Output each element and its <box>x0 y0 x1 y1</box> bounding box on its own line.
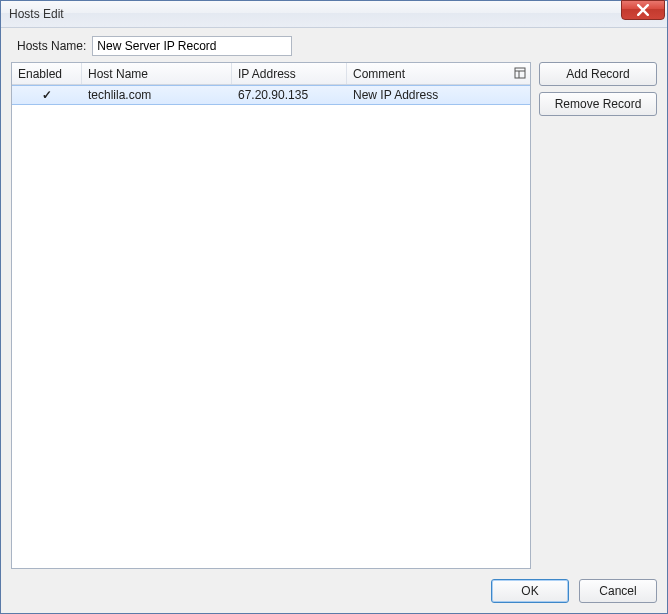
add-record-button[interactable]: Add Record <box>539 62 657 86</box>
hosts-edit-dialog: Hosts Edit Hosts Name: Enabled Host Name… <box>0 0 668 614</box>
cell-comment: New IP Address <box>347 88 530 102</box>
titlebar: Hosts Edit <box>1 1 667 28</box>
column-header-host[interactable]: Host Name <box>82 63 232 84</box>
close-icon <box>637 4 649 16</box>
column-chooser-button[interactable] <box>512 65 528 81</box>
cancel-button[interactable]: Cancel <box>579 579 657 603</box>
cell-host: techlila.com <box>82 88 232 102</box>
cell-enabled: ✓ <box>12 88 82 102</box>
ok-button[interactable]: OK <box>491 579 569 603</box>
table-header: Enabled Host Name IP Address Comment <box>12 63 530 85</box>
mid-area: Enabled Host Name IP Address Comment <box>11 62 657 569</box>
column-header-ip[interactable]: IP Address <box>232 63 347 84</box>
dialog-content: Hosts Name: Enabled Host Name IP Address… <box>1 28 667 613</box>
table-row[interactable]: ✓ techlila.com 67.20.90.135 New IP Addre… <box>12 85 530 105</box>
hosts-table: Enabled Host Name IP Address Comment <box>11 62 531 569</box>
cell-ip: 67.20.90.135 <box>232 88 347 102</box>
hosts-name-label: Hosts Name: <box>17 39 86 53</box>
remove-record-button[interactable]: Remove Record <box>539 92 657 116</box>
hosts-name-row: Hosts Name: <box>11 36 657 56</box>
dialog-footer: OK Cancel <box>11 569 657 603</box>
check-icon: ✓ <box>42 88 52 102</box>
hosts-name-input[interactable] <box>92 36 292 56</box>
svg-rect-0 <box>515 68 525 78</box>
window-title: Hosts Edit <box>9 7 64 21</box>
column-chooser-icon <box>514 67 526 79</box>
table-body: ✓ techlila.com 67.20.90.135 New IP Addre… <box>12 85 530 568</box>
column-header-enabled[interactable]: Enabled <box>12 63 82 84</box>
column-header-comment[interactable]: Comment <box>347 63 530 84</box>
side-buttons: Add Record Remove Record <box>539 62 657 569</box>
close-button[interactable] <box>621 0 665 20</box>
